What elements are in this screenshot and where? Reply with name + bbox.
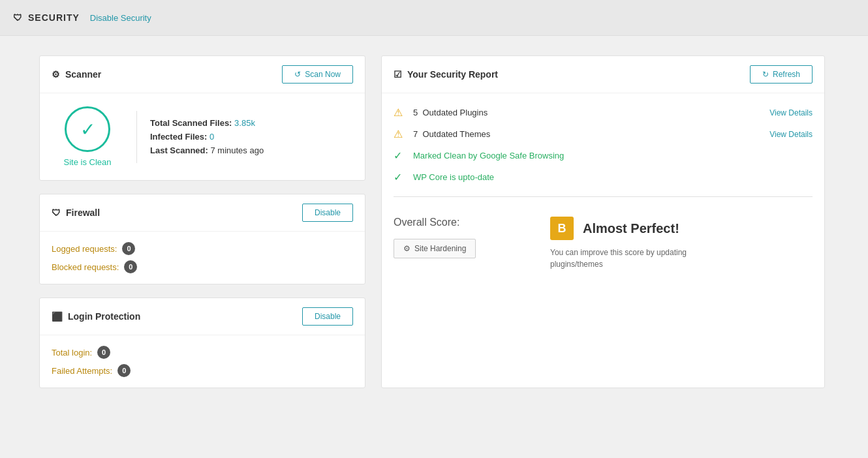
view-details-themes-link[interactable]: View Details (769, 130, 813, 139)
outdated-themes-text: 7 Outdated Themes (413, 129, 763, 139)
infected-files-line: Infected Files: 0 (150, 132, 264, 142)
report-title: ☑ Your Security Report (394, 69, 498, 80)
scanner-card-header: ⚙ Scanner ↺ Scan Now (40, 56, 365, 93)
left-column: ⚙ Scanner ↺ Scan Now ✓ Site is Clean Tot… (39, 55, 365, 388)
total-login-badge: 0 (97, 346, 110, 359)
login-protection-title-text: Login Protection (68, 311, 140, 322)
logged-requests-badge: 0 (122, 242, 135, 255)
main-content: ⚙ Scanner ↺ Scan Now ✓ Site is Clean Tot… (0, 36, 868, 408)
last-scanned-line: Last Scanned: 7 minutes ago (150, 145, 264, 155)
infected-files-label: Infected Files: (150, 132, 207, 142)
login-protection-card: ⬛ Login Protection Disable Total login: … (39, 298, 365, 388)
app-logo: 🛡 SECURITY (13, 12, 80, 23)
overall-left: Overall Score: ⚙ Site Hardening (394, 217, 524, 258)
report-title-text: Your Security Report (407, 69, 498, 80)
security-report-card: ☑ Your Security Report ↻ Refresh ⚠ 5 Out… (381, 55, 825, 388)
scanner-title-text: Scanner (65, 69, 101, 80)
site-hardening-label: Site Hardening (414, 244, 466, 253)
blocked-requests-line: Blocked requests: 0 (52, 260, 353, 273)
shield-icon: 🛡 (13, 12, 23, 23)
login-protection-disable-label: Disable (315, 312, 341, 321)
app-title: SECURITY (28, 12, 80, 23)
blocked-requests-label: Blocked requests: (52, 262, 119, 272)
last-scanned-label: Last Scanned: (150, 145, 208, 155)
total-login-line: Total login: 0 (52, 346, 353, 359)
refresh-label: Refresh (773, 70, 800, 79)
report-item-outdated-plugins: ⚠ 5 Outdated Plugins View Details (394, 106, 813, 119)
gear-icon: ⚙ (52, 69, 60, 80)
login-protection-title: ⬛ Login Protection (52, 311, 140, 322)
scanner-title: ⚙ Scanner (52, 69, 101, 80)
login-protection-disable-button[interactable]: Disable (302, 307, 353, 326)
ok-icon-wp-core: ✓ (394, 171, 407, 183)
report-item-google-safe: ✓ Marked Clean by Google Safe Browsing (394, 149, 813, 162)
blocked-requests-badge: 0 (124, 260, 137, 273)
failed-attempts-line: Failed Attempts: 0 (52, 364, 353, 377)
ok-icon-google-safe: ✓ (394, 149, 407, 162)
overall-score-label: Overall Score: (394, 217, 524, 228)
plugins-count: 5 (413, 108, 418, 117)
last-scanned-value: 7 minutes ago (210, 145, 264, 155)
failed-attempts-label: Failed Attempts: (52, 366, 112, 376)
overall-right: B Almost Perfect! You can improve this s… (550, 217, 694, 270)
report-header: ☑ Your Security Report ↻ Refresh (382, 56, 824, 93)
warning-icon-themes: ⚠ (394, 128, 407, 140)
google-safe-text: Marked Clean by Google Safe Browsing (413, 151, 813, 160)
scanner-stats: Total Scanned Files: 3.85k Infected File… (150, 118, 264, 155)
logged-requests-line: Logged requests: 0 (52, 242, 353, 255)
total-scanned-value: 3.85k (234, 118, 255, 128)
total-scanned-label: Total Scanned Files: (150, 118, 232, 128)
score-title: Almost Perfect! (583, 221, 679, 236)
firewall-card-header: 🛡 Firewall Disable (40, 194, 365, 232)
overall-score-section: Overall Score: ⚙ Site Hardening B Almost… (394, 210, 813, 277)
firewall-disable-label: Disable (315, 208, 341, 217)
login-protection-body: Total login: 0 Failed Attempts: 0 (40, 335, 365, 388)
logged-requests-label: Logged requests: (52, 244, 117, 254)
firewall-title: 🛡 Firewall (52, 207, 100, 218)
right-column: ☑ Your Security Report ↻ Refresh ⚠ 5 Out… (381, 55, 825, 388)
wp-core-text: WP Core is upto-date (413, 172, 813, 182)
refresh-button[interactable]: ↻ Refresh (750, 65, 813, 84)
firewall-disable-button[interactable]: Disable (302, 204, 353, 222)
score-grade-badge: B (550, 217, 574, 240)
plugins-label: Outdated Plugins (422, 108, 488, 117)
refresh-icon: ↻ (762, 70, 769, 79)
warning-icon-plugins: ⚠ (394, 106, 407, 119)
checkbox-icon: ☑ (394, 69, 402, 80)
report-item-outdated-themes: ⚠ 7 Outdated Themes View Details (394, 128, 813, 140)
login-icon: ⬛ (52, 311, 63, 322)
gear-hardening-icon: ⚙ (403, 244, 411, 253)
firewall-body: Logged requests: 0 Blocked requests: 0 (40, 232, 365, 284)
scanner-card: ⚙ Scanner ↺ Scan Now ✓ Site is Clean Tot… (39, 55, 365, 181)
failed-attempts-badge: 0 (117, 364, 131, 377)
report-item-wp-core: ✓ WP Core is upto-date (394, 171, 813, 183)
view-details-plugins-link[interactable]: View Details (769, 108, 813, 117)
scanner-visual: ✓ Site is Clean (52, 106, 123, 167)
score-description: You can improve this score by updating p… (550, 247, 694, 270)
scanner-divider (136, 111, 137, 163)
scan-icon: ↺ (294, 70, 301, 79)
firewall-title-text: Firewall (66, 207, 100, 218)
site-hardening-button[interactable]: ⚙ Site Hardening (394, 239, 476, 258)
themes-label: Outdated Themes (422, 129, 490, 139)
firewall-icon: 🛡 (52, 207, 61, 218)
outdated-plugins-text: 5 Outdated Plugins (413, 108, 763, 117)
themes-count: 7 (413, 129, 418, 139)
site-clean-label: Site is Clean (64, 157, 112, 167)
scanner-body: ✓ Site is Clean Total Scanned Files: 3.8… (40, 93, 365, 180)
report-divider (394, 196, 813, 197)
scan-now-button[interactable]: ↺ Scan Now (282, 65, 353, 84)
login-protection-card-header: ⬛ Login Protection Disable (40, 298, 365, 335)
total-scanned-line: Total Scanned Files: 3.85k (150, 118, 264, 128)
total-login-label: Total login: (52, 348, 92, 358)
disable-security-link[interactable]: Disable Security (90, 13, 151, 23)
infected-files-value: 0 (209, 132, 214, 142)
check-circle: ✓ (65, 106, 110, 152)
score-title-row: B Almost Perfect! (550, 217, 694, 240)
header-bar: 🛡 SECURITY Disable Security (0, 0, 868, 36)
report-body: ⚠ 5 Outdated Plugins View Details ⚠ 7 Ou… (382, 93, 824, 290)
firewall-card: 🛡 Firewall Disable Logged requests: 0 Bl… (39, 194, 365, 284)
scan-now-label: Scan Now (305, 70, 341, 79)
